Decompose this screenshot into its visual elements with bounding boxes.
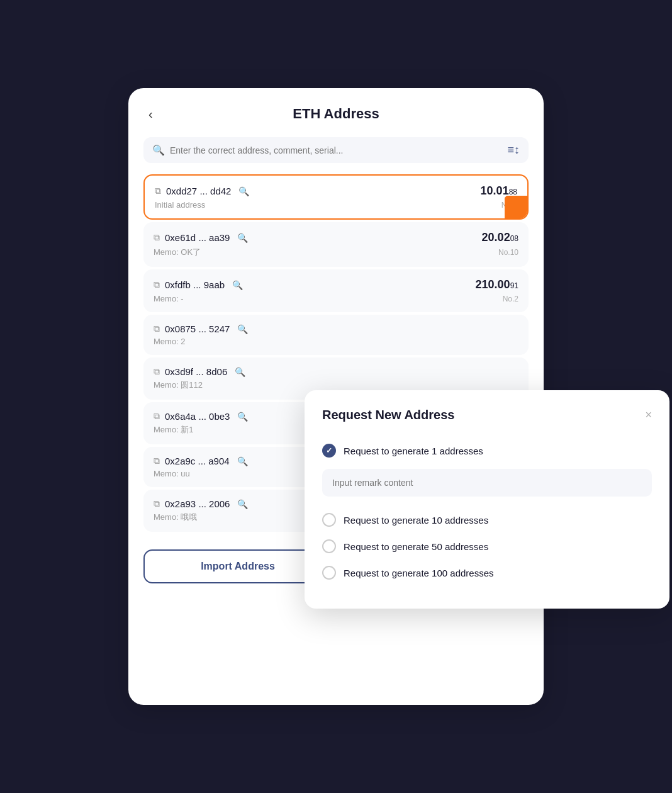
amount-main: 210.00 <box>476 278 510 291</box>
no-badge: No.10 <box>498 248 518 257</box>
remark-input[interactable] <box>322 469 652 497</box>
search-address-icon[interactable]: 🔍 <box>237 499 248 509</box>
filter-icon: ≡↕ <box>507 143 520 157</box>
request-address-modal: Request New Address × Request to generat… <box>305 390 669 609</box>
copy-icon: ⧉ <box>154 456 160 466</box>
modal-header: Request New Address × <box>322 408 652 422</box>
memo-text: Memo: uu <box>154 469 190 478</box>
radio-label: Request to generate 10 addresses <box>344 515 488 526</box>
address-item-bottom: Initial address No.0 <box>155 200 517 210</box>
address-left: ⧉ 0xdd27 ... dd42 🔍 <box>155 186 249 196</box>
address-left: ⧉ 0x2a93 ... 2006 🔍 <box>154 498 248 509</box>
memo-text: Memo: 圆112 <box>154 380 203 391</box>
address-text: 0x2a93 ... 2006 <box>165 498 230 509</box>
filter-button[interactable]: ≡↕ <box>507 143 520 157</box>
back-button[interactable]: ‹ <box>143 104 158 124</box>
memo-text: Memo: 哦哦 <box>154 512 197 523</box>
memo-text: Memo: 2 <box>154 337 186 346</box>
page-title: ETH Address <box>293 106 379 122</box>
address-item-top: ⧉ 0xdd27 ... dd42 🔍 10.01 88 <box>155 184 517 198</box>
address-item-bottom: Memo: - No.2 <box>154 294 518 303</box>
search-address-icon[interactable]: 🔍 <box>238 186 249 196</box>
radio-label: Request to generate 100 addresses <box>344 568 494 578</box>
address-left: ⧉ 0xe61d ... aa39 🔍 <box>154 232 248 243</box>
copy-icon: ⧉ <box>154 366 160 377</box>
address-text: 0x2a9c ... a904 <box>165 456 230 466</box>
search-address-icon[interactable]: 🔍 <box>237 324 248 334</box>
amount-small: 88 <box>509 188 517 196</box>
address-item[interactable]: ⧉ 0xdd27 ... dd42 🔍 10.01 88 Initial add… <box>143 174 529 220</box>
address-left: ⧉ 0x0875 ... 5247 🔍 <box>154 323 248 334</box>
memo-text: Memo: 新1 <box>154 424 194 436</box>
address-item[interactable]: ⧉ 0x0875 ... 5247 🔍 Memo: 2 <box>143 315 529 355</box>
radio-circle <box>322 539 336 553</box>
copy-icon: ⧉ <box>154 279 160 290</box>
search-bar: 🔍 ≡↕ <box>143 137 529 163</box>
header: ‹ ETH Address <box>143 106 529 122</box>
active-corner-indicator <box>505 196 527 218</box>
address-text: 0xe61d ... aa39 <box>165 232 230 243</box>
search-address-icon[interactable]: 🔍 <box>237 412 248 422</box>
search-icon: 🔍 <box>152 144 165 156</box>
copy-icon: ⧉ <box>155 186 161 196</box>
address-left: ⧉ 0x2a9c ... a904 🔍 <box>154 456 248 466</box>
amount-main: 20.02 <box>482 231 510 244</box>
no-badge: No.2 <box>503 295 518 303</box>
modal-close-button[interactable]: × <box>645 408 652 422</box>
address-item-top: ⧉ 0xfdfb ... 9aab 🔍 210.00 91 <box>154 278 518 291</box>
memo-text: Memo: OK了 <box>154 247 201 258</box>
radio-label: Request to generate 1 addresses <box>344 446 483 456</box>
radio-circle <box>322 513 336 527</box>
address-text: 0x0875 ... 5247 <box>165 323 230 334</box>
radio-label: Request to generate 50 addresses <box>344 541 488 552</box>
address-text: 0x3d9f ... 8d06 <box>165 366 227 377</box>
address-item-bottom: Memo: OK了 No.10 <box>154 247 518 258</box>
radio-option[interactable]: Request to generate 10 addresses <box>322 507 652 533</box>
radio-circle <box>322 444 336 458</box>
search-address-icon[interactable]: 🔍 <box>235 367 245 377</box>
memo-text: Memo: - <box>154 294 184 303</box>
copy-icon: ⧉ <box>154 498 160 509</box>
search-address-icon[interactable]: 🔍 <box>237 456 248 466</box>
search-input[interactable] <box>170 145 502 155</box>
search-address-icon[interactable]: 🔍 <box>232 280 243 290</box>
address-text: 0xfdfb ... 9aab <box>165 279 225 290</box>
address-left: ⧉ 0x6a4a ... 0be3 🔍 <box>154 411 248 422</box>
address-item[interactable]: ⧉ 0xe61d ... aa39 🔍 20.02 08 Memo: OK了 N… <box>143 222 529 267</box>
modal-title: Request New Address <box>322 408 454 422</box>
address-left: ⧉ 0xfdfb ... 9aab 🔍 <box>154 279 243 290</box>
address-text: 0x6a4a ... 0be3 <box>165 411 230 422</box>
memo-text: Initial address <box>155 200 205 210</box>
search-address-icon[interactable]: 🔍 <box>237 233 248 243</box>
amount-small: 08 <box>510 234 518 243</box>
copy-icon: ⧉ <box>154 323 160 334</box>
address-text: 0xdd27 ... dd42 <box>166 186 231 196</box>
address-item[interactable]: ⧉ 0xfdfb ... 9aab 🔍 210.00 91 Memo: - No… <box>143 269 529 312</box>
radio-circle <box>322 566 336 580</box>
address-item-top: ⧉ 0x0875 ... 5247 🔍 <box>154 323 518 334</box>
address-item-bottom: Memo: 2 <box>154 337 518 346</box>
amount-small: 91 <box>510 281 518 290</box>
amount-wrap: 210.00 91 <box>476 278 518 291</box>
main-card: ‹ ETH Address 🔍 ≡↕ ⧉ 0xdd27 ... dd42 🔍 1… <box>128 88 544 705</box>
amount-wrap: 20.02 08 <box>482 231 518 244</box>
radio-option[interactable]: Request to generate 50 addresses <box>322 533 652 560</box>
address-item-bottom: Memo: 圆112 <box>154 380 518 391</box>
import-address-button[interactable]: Import Address <box>143 549 332 583</box>
address-left: ⧉ 0x3d9f ... 8d06 🔍 <box>154 366 245 377</box>
copy-icon: ⧉ <box>154 411 160 422</box>
radio-option[interactable]: Request to generate 100 addresses <box>322 560 652 586</box>
address-item-top: ⧉ 0xe61d ... aa39 🔍 20.02 08 <box>154 231 518 244</box>
address-item-top: ⧉ 0x3d9f ... 8d06 🔍 <box>154 366 518 377</box>
copy-icon: ⧉ <box>154 232 160 243</box>
modal-options: Request to generate 1 addresses Request … <box>322 437 652 586</box>
radio-option[interactable]: Request to generate 1 addresses <box>322 437 652 464</box>
